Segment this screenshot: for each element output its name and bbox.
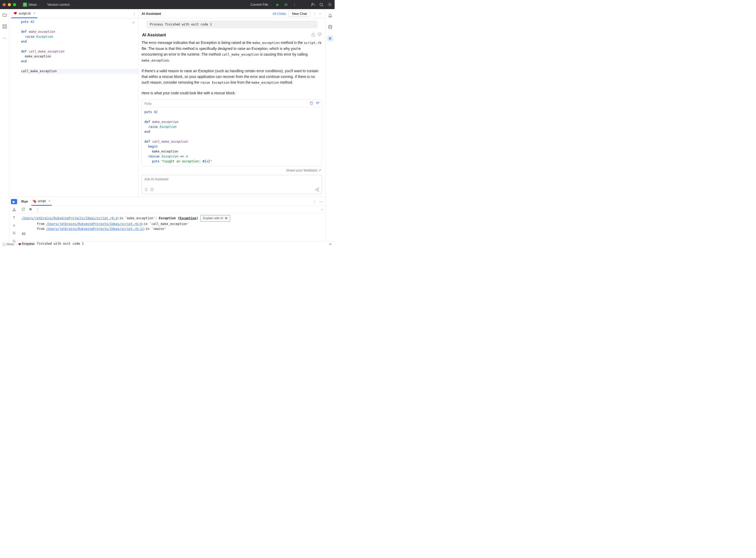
- ai-icon: ֍: [225, 216, 228, 221]
- expand-icon[interactable]: ›: [322, 208, 323, 212]
- more-icon[interactable]: ⋮: [292, 2, 297, 7]
- svg-rect-12: [3, 25, 4, 26]
- svg-point-0: [285, 4, 287, 5]
- editor-tab[interactable]: script.rb ×: [11, 9, 37, 18]
- stacktrace-link[interactable]: /Users/jetbrains/RubymineProjects/Ideas/…: [46, 227, 144, 231]
- wrap-icon[interactable]: [11, 230, 17, 236]
- code-keyword: puts: [21, 20, 29, 24]
- svg-line-10: [322, 5, 323, 6]
- project-icon: I: [23, 3, 27, 7]
- svg-rect-16: [310, 102, 312, 105]
- run-config-label: Current File: [250, 3, 268, 6]
- minimize-icon[interactable]: —: [319, 12, 322, 16]
- code-keyword: def: [21, 50, 27, 53]
- svg-point-6: [312, 3, 313, 5]
- svg-rect-27: [29, 208, 31, 210]
- run-config-selector[interactable]: Current File ⌄: [250, 3, 272, 6]
- stacktrace-link[interactable]: /Users/jetbrains/RubymineProjects/Ideas/…: [46, 222, 142, 226]
- run-tab[interactable]: ! script ×: [31, 197, 51, 206]
- bookmark-icon[interactable]: [145, 188, 148, 192]
- close-icon[interactable]: ×: [33, 11, 35, 15]
- ruby-error-icon: !: [32, 199, 36, 203]
- status-ai-icon[interactable]: ֍: [329, 243, 332, 246]
- ruby-icon: [14, 11, 17, 15]
- thumbs-up-icon[interactable]: [311, 32, 316, 38]
- code-function: make_exception: [29, 30, 55, 33]
- svg-point-21: [14, 210, 14, 210]
- code-keyword: def: [21, 30, 27, 33]
- vcs-menu[interactable]: Version control ⌄: [47, 3, 73, 6]
- all-chats-link[interactable]: All Chats: [273, 12, 286, 16]
- stop-icon[interactable]: [29, 208, 32, 212]
- status-file[interactable]: script.rb: [22, 243, 33, 246]
- ai-message-body: The error message indicates that an Exce…: [142, 40, 322, 64]
- collab-icon[interactable]: [311, 2, 316, 7]
- minimize-icon[interactable]: —: [319, 200, 323, 203]
- ai-menu-icon[interactable]: ⋮: [313, 12, 316, 16]
- run-tab-label: script: [38, 199, 46, 203]
- chevron-down-icon: ⌄: [71, 3, 73, 6]
- insert-icon[interactable]: [316, 101, 319, 106]
- run-console: /Users/jetbrains/RubymineProjects/Ideas/…: [19, 213, 325, 247]
- git-icon[interactable]: [11, 246, 17, 247]
- settings-icon[interactable]: [327, 2, 332, 7]
- svg-line-2: [284, 4, 285, 4]
- project-name: Ideas: [29, 3, 37, 6]
- window-zoom[interactable]: [13, 3, 16, 6]
- ai-assistant-icon[interactable]: ֍: [327, 35, 333, 41]
- more-tools-icon[interactable]: ⋯: [2, 35, 7, 40]
- ai-assistant-title: AI Assistant: [142, 12, 161, 16]
- svg-point-11: [329, 4, 330, 5]
- code-call: call_make_exception: [21, 69, 57, 73]
- window-minimize[interactable]: [8, 3, 11, 6]
- svg-text:!: !: [35, 201, 35, 203]
- code-function: call_make_exception: [29, 50, 64, 53]
- pull-down-icon[interactable]: [11, 223, 17, 228]
- stacktrace-link[interactable]: /Users/jetbrains/RubymineProjects/Ideas/…: [22, 217, 118, 220]
- thumbs-down-icon[interactable]: [318, 32, 322, 38]
- toolbar-more-icon[interactable]: ⋮: [36, 208, 39, 212]
- ai-code-block: Ruby puts 42: [142, 100, 322, 166]
- run-icon[interactable]: ▶: [275, 2, 280, 7]
- status-project[interactable]: Ideas: [6, 243, 14, 246]
- pull-up-icon[interactable]: [11, 215, 17, 220]
- vcs-label: Version control: [47, 3, 70, 6]
- structure-icon[interactable]: [2, 24, 7, 29]
- explain-with-ai-chip[interactable]: Explain with AI֍: [201, 215, 230, 222]
- ruby-icon: [18, 243, 21, 246]
- share-feedback-link[interactable]: Share your feedback ↗: [142, 166, 322, 173]
- attach-icon[interactable]: [150, 188, 154, 192]
- ai-console-output: Process finished with exit code 1: [146, 21, 318, 28]
- editor-tabs-menu-icon[interactable]: ⋮: [133, 12, 136, 16]
- ai-input[interactable]: [145, 177, 319, 186]
- debug-icon[interactable]: [284, 2, 288, 7]
- folder-icon[interactable]: [2, 13, 7, 18]
- inspection-ok-icon[interactable]: ✓: [132, 21, 135, 24]
- tab-filename: script.rb: [19, 11, 31, 15]
- ai-message-body: Here is what your code could look like w…: [142, 90, 322, 96]
- code-number: 42: [30, 20, 34, 24]
- code-keyword: end: [21, 59, 27, 63]
- close-icon[interactable]: ×: [48, 199, 50, 203]
- svg-line-4: [284, 5, 285, 6]
- run-title: Run: [21, 200, 28, 203]
- window-close[interactable]: [3, 3, 6, 6]
- ai-message-body: If there's a valid reason to raise an Ex…: [142, 68, 322, 85]
- notifications-icon[interactable]: [327, 13, 333, 19]
- ai-input-area[interactable]: [142, 175, 322, 194]
- ai-message-title: AI Assistant: [142, 33, 166, 37]
- database-icon[interactable]: [327, 24, 333, 30]
- run-menu-icon[interactable]: ⋮: [313, 200, 316, 203]
- new-chat-button[interactable]: New Chat: [288, 10, 310, 17]
- run-tool-button[interactable]: ▶: [11, 199, 17, 204]
- svg-rect-13: [5, 25, 6, 26]
- code-keyword: end: [21, 40, 27, 43]
- chevron-down-icon: ⌄: [270, 3, 272, 6]
- send-icon[interactable]: [314, 187, 319, 193]
- project-selector[interactable]: I Ideas ⌄: [23, 3, 41, 7]
- svg-rect-14: [3, 27, 4, 28]
- debug-tool-button[interactable]: [11, 207, 17, 212]
- rerun-icon[interactable]: [21, 207, 25, 212]
- copy-icon[interactable]: [309, 101, 313, 106]
- search-icon[interactable]: [319, 2, 324, 7]
